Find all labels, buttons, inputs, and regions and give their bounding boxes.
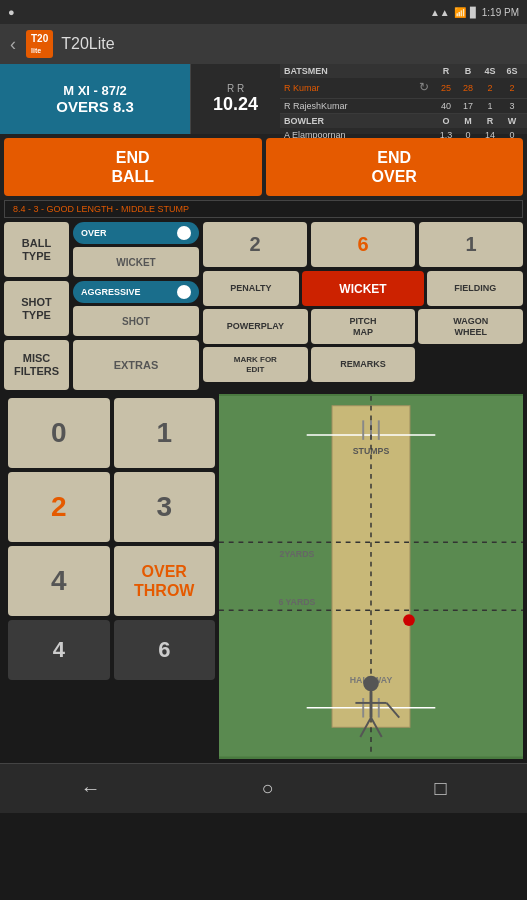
status-left: ● bbox=[8, 6, 15, 18]
status-right: ▲▲ 📶 ▊ 1:19 PM bbox=[430, 7, 519, 18]
remarks-btn[interactable]: REMARKS bbox=[311, 347, 416, 382]
toggle-dot-aggressive bbox=[177, 285, 191, 299]
batsman-1-r: 25 bbox=[435, 83, 457, 93]
misc-filters-label[interactable]: MISC FILTERS bbox=[4, 340, 69, 390]
ball-type-row: BALL TYPE OVER WICKET bbox=[4, 222, 199, 277]
refresh-icon[interactable]: ↻ bbox=[419, 80, 435, 96]
run-pad-2[interactable]: 2 bbox=[8, 472, 110, 542]
back-icon[interactable]: ‹ bbox=[10, 34, 16, 55]
run-pad-1[interactable]: 1 bbox=[114, 398, 216, 468]
extras-button[interactable]: EXTRAS bbox=[73, 340, 199, 390]
recent-nav-button[interactable]: □ bbox=[414, 767, 466, 810]
batsman-1-b: 28 bbox=[457, 83, 479, 93]
run-pad-4[interactable]: 4 bbox=[8, 546, 110, 616]
time-display: 1:19 PM bbox=[482, 7, 519, 18]
battery-icon: ▊ bbox=[470, 7, 478, 18]
wide-6-btn[interactable]: 6 bbox=[114, 620, 216, 680]
pitch-map[interactable]: STUMPS 2YARDS 6 YARDS HALFWAY bbox=[219, 394, 523, 759]
batsman-1-4s: 2 bbox=[479, 83, 501, 93]
app-title: T20Lite bbox=[61, 35, 114, 53]
end-ball-button[interactable]: ENDBALL bbox=[4, 138, 262, 196]
action-row: ENDBALL ENDOVER bbox=[0, 134, 527, 200]
wagon-wheel-btn[interactable]: WAGONWHEEL bbox=[418, 309, 523, 344]
shot-type-toggles: AGGRESSIVE SHOT bbox=[73, 281, 199, 336]
over-toggle[interactable]: OVER bbox=[73, 222, 199, 244]
batsmen-col-header: BATSMEN bbox=[284, 66, 435, 76]
pitch-map-btn[interactable]: PITCHMAP bbox=[311, 309, 416, 344]
mark-edit-btn[interactable]: MARK FOREDIT bbox=[203, 347, 308, 382]
batsmen-header: BATSMEN R B 4S 6S bbox=[280, 64, 527, 78]
run-pad-3[interactable]: 3 bbox=[114, 472, 216, 542]
rr-value: 10.24 bbox=[213, 94, 258, 115]
fielding-btn[interactable]: FIELDING bbox=[427, 271, 523, 306]
rr-label: R R bbox=[227, 83, 244, 94]
r-col-header: R bbox=[435, 66, 457, 76]
shot-button[interactable]: SHOT bbox=[73, 306, 199, 336]
info-bar: 8.4 - 3 - GOOD LENGTH - MIDDLE STUMP bbox=[4, 200, 523, 218]
left-controls: BALL TYPE OVER WICKET SHOT TYPE AGGRESSI… bbox=[4, 222, 199, 390]
right-controls: 2 6 1 PENALTY WICKET FIELDING POWERPLAY … bbox=[203, 222, 523, 390]
batsman-2-row: R RajeshKumar 40 17 1 3 bbox=[280, 99, 527, 114]
runs-select-row: 2 6 1 bbox=[203, 222, 523, 267]
logo-bottom: lite bbox=[31, 47, 41, 54]
r-col-header-b: R bbox=[479, 116, 501, 126]
batsmen-panel: BATSMEN R B 4S 6S R Kumar ↻ 25 28 2 2 R … bbox=[280, 64, 527, 134]
m-col-header: M bbox=[457, 116, 479, 126]
action-grid-row-2: POWERPLAY PITCHMAP WAGONWHEEL bbox=[203, 309, 523, 344]
bowler-header: BOWLER O M R W bbox=[280, 114, 527, 128]
svg-text:2YARDS: 2YARDS bbox=[280, 549, 315, 559]
svg-point-18 bbox=[363, 676, 379, 692]
run-rate-block: R R 10.24 bbox=[190, 64, 280, 134]
home-nav-button[interactable]: ○ bbox=[241, 767, 293, 810]
toggle-dot-over bbox=[177, 226, 191, 240]
logo-top: T20 bbox=[31, 33, 48, 44]
wicket-button[interactable]: WICKET bbox=[73, 247, 199, 277]
aggressive-toggle[interactable]: AGGRESSIVE bbox=[73, 281, 199, 303]
run-6-btn[interactable]: 6 bbox=[311, 222, 415, 267]
bowler-col-header: BOWLER bbox=[284, 116, 435, 126]
batsman-2-4s: 1 bbox=[479, 101, 501, 111]
ball-type-toggles: OVER WICKET bbox=[73, 222, 199, 277]
action-grid: PENALTY WICKET FIELDING POWERPLAY PITCHM… bbox=[203, 271, 523, 382]
runs-pad: 0 1 2 3 4 OVERTHROW 4 6 bbox=[4, 394, 219, 759]
end-over-button[interactable]: ENDOVER bbox=[266, 138, 524, 196]
w-col-header: W bbox=[501, 116, 523, 126]
run-pad-overthrow[interactable]: OVERTHROW bbox=[114, 546, 216, 616]
batsman-1-row: R Kumar ↻ 25 28 2 2 bbox=[280, 78, 527, 99]
run-pad-0[interactable]: 0 bbox=[8, 398, 110, 468]
powerplay-btn[interactable]: POWERPLAY bbox=[203, 309, 308, 344]
bottom-section: 0 1 2 3 4 OVERTHROW 4 6 bbox=[4, 394, 523, 759]
score-left: M XI - 87/2 OVERS 8.3 bbox=[0, 64, 190, 134]
ball-type-label[interactable]: BALL TYPE bbox=[4, 222, 69, 277]
nav-bar: ← ○ □ bbox=[0, 763, 527, 813]
run-2-btn[interactable]: 2 bbox=[203, 222, 307, 267]
wicket-action-btn[interactable]: WICKET bbox=[302, 271, 425, 306]
shot-type-label[interactable]: SHOT TYPE bbox=[4, 281, 69, 336]
signal-icon: ● bbox=[8, 6, 15, 18]
svg-point-17 bbox=[403, 615, 415, 627]
score-panel: M XI - 87/2 OVERS 8.3 R R 10.24 BATSMEN … bbox=[0, 64, 527, 134]
over-toggle-label: OVER bbox=[81, 228, 107, 238]
overs-display: OVERS 8.3 bbox=[56, 98, 134, 115]
shot-type-row: SHOT TYPE AGGRESSIVE SHOT bbox=[4, 281, 199, 336]
run-1-btn[interactable]: 1 bbox=[419, 222, 523, 267]
wifi-icon: ▲▲ bbox=[430, 7, 450, 18]
b-col-header: B bbox=[457, 66, 479, 76]
signal-bars: 📶 bbox=[454, 7, 466, 18]
title-bar: ‹ T20 lite T20Lite bbox=[0, 24, 527, 64]
penalty-btn[interactable]: PENALTY bbox=[203, 271, 299, 306]
runs-grid: 0 1 2 3 4 OVERTHROW bbox=[8, 398, 215, 616]
wide-4-btn[interactable]: 4 bbox=[8, 620, 110, 680]
batsman-2-6s: 3 bbox=[501, 101, 523, 111]
back-nav-button[interactable]: ← bbox=[60, 767, 120, 810]
aggressive-label: AGGRESSIVE bbox=[81, 287, 141, 297]
batsman-2-name: R RajeshKumar bbox=[284, 101, 435, 111]
batsman-1-6s: 2 bbox=[501, 83, 523, 93]
controls-row: BALL TYPE OVER WICKET SHOT TYPE AGGRESSI… bbox=[4, 222, 523, 390]
o-col-header: O bbox=[435, 116, 457, 126]
wide-btn-row: 4 6 bbox=[8, 620, 215, 680]
batsman-2-r: 40 bbox=[435, 101, 457, 111]
action-grid-row-1: PENALTY WICKET FIELDING bbox=[203, 271, 523, 306]
match-score: M XI - 87/2 bbox=[63, 83, 127, 98]
6s-col-header: 6S bbox=[501, 66, 523, 76]
